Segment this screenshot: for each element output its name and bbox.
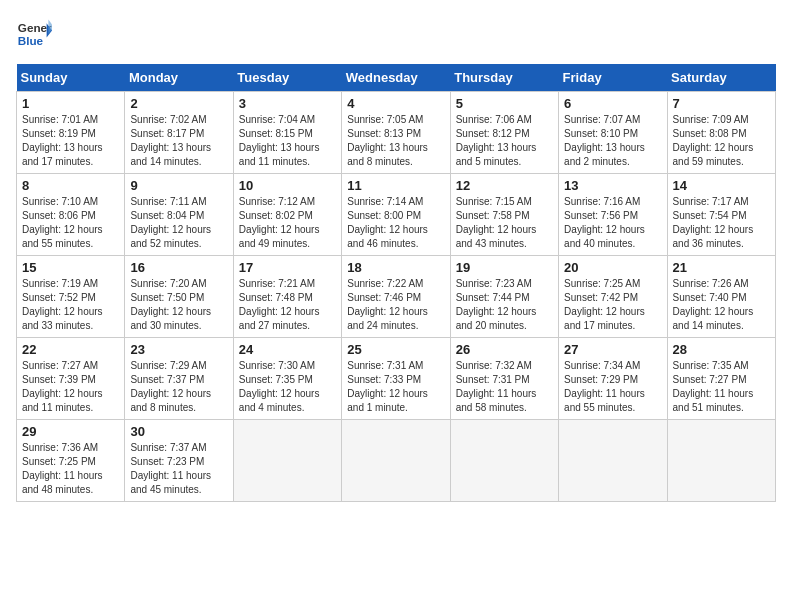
- weekday-sunday: Sunday: [17, 64, 125, 92]
- day-info: Sunrise: 7:17 AM Sunset: 7:54 PM Dayligh…: [673, 195, 770, 251]
- calendar-table: SundayMondayTuesdayWednesdayThursdayFrid…: [16, 64, 776, 502]
- day-number: 1: [22, 96, 119, 111]
- day-info: Sunrise: 7:04 AM Sunset: 8:15 PM Dayligh…: [239, 113, 336, 169]
- day-cell: 18Sunrise: 7:22 AM Sunset: 7:46 PM Dayli…: [342, 256, 450, 338]
- day-cell: 20Sunrise: 7:25 AM Sunset: 7:42 PM Dayli…: [559, 256, 667, 338]
- week-row-4: 22Sunrise: 7:27 AM Sunset: 7:39 PM Dayli…: [17, 338, 776, 420]
- day-number: 20: [564, 260, 661, 275]
- week-row-5: 29Sunrise: 7:36 AM Sunset: 7:25 PM Dayli…: [17, 420, 776, 502]
- day-cell: 21Sunrise: 7:26 AM Sunset: 7:40 PM Dayli…: [667, 256, 775, 338]
- day-number: 5: [456, 96, 553, 111]
- day-cell: 9Sunrise: 7:11 AM Sunset: 8:04 PM Daylig…: [125, 174, 233, 256]
- day-cell: 17Sunrise: 7:21 AM Sunset: 7:48 PM Dayli…: [233, 256, 341, 338]
- day-number: 10: [239, 178, 336, 193]
- day-cell: [559, 420, 667, 502]
- day-number: 21: [673, 260, 770, 275]
- day-cell: 3Sunrise: 7:04 AM Sunset: 8:15 PM Daylig…: [233, 92, 341, 174]
- day-info: Sunrise: 7:14 AM Sunset: 8:00 PM Dayligh…: [347, 195, 444, 251]
- calendar-body: 1Sunrise: 7:01 AM Sunset: 8:19 PM Daylig…: [17, 92, 776, 502]
- day-cell: [342, 420, 450, 502]
- day-number: 3: [239, 96, 336, 111]
- day-number: 8: [22, 178, 119, 193]
- day-number: 28: [673, 342, 770, 357]
- day-cell: 26Sunrise: 7:32 AM Sunset: 7:31 PM Dayli…: [450, 338, 558, 420]
- day-cell: [450, 420, 558, 502]
- day-info: Sunrise: 7:11 AM Sunset: 8:04 PM Dayligh…: [130, 195, 227, 251]
- day-info: Sunrise: 7:34 AM Sunset: 7:29 PM Dayligh…: [564, 359, 661, 415]
- day-info: Sunrise: 7:02 AM Sunset: 8:17 PM Dayligh…: [130, 113, 227, 169]
- day-cell: 30Sunrise: 7:37 AM Sunset: 7:23 PM Dayli…: [125, 420, 233, 502]
- day-number: 17: [239, 260, 336, 275]
- weekday-friday: Friday: [559, 64, 667, 92]
- day-info: Sunrise: 7:01 AM Sunset: 8:19 PM Dayligh…: [22, 113, 119, 169]
- day-cell: 24Sunrise: 7:30 AM Sunset: 7:35 PM Dayli…: [233, 338, 341, 420]
- day-info: Sunrise: 7:32 AM Sunset: 7:31 PM Dayligh…: [456, 359, 553, 415]
- day-cell: 27Sunrise: 7:34 AM Sunset: 7:29 PM Dayli…: [559, 338, 667, 420]
- day-number: 4: [347, 96, 444, 111]
- day-cell: 19Sunrise: 7:23 AM Sunset: 7:44 PM Dayli…: [450, 256, 558, 338]
- day-info: Sunrise: 7:19 AM Sunset: 7:52 PM Dayligh…: [22, 277, 119, 333]
- day-cell: 8Sunrise: 7:10 AM Sunset: 8:06 PM Daylig…: [17, 174, 125, 256]
- day-number: 16: [130, 260, 227, 275]
- day-cell: 6Sunrise: 7:07 AM Sunset: 8:10 PM Daylig…: [559, 92, 667, 174]
- day-info: Sunrise: 7:07 AM Sunset: 8:10 PM Dayligh…: [564, 113, 661, 169]
- day-cell: 28Sunrise: 7:35 AM Sunset: 7:27 PM Dayli…: [667, 338, 775, 420]
- day-number: 12: [456, 178, 553, 193]
- day-cell: 23Sunrise: 7:29 AM Sunset: 7:37 PM Dayli…: [125, 338, 233, 420]
- day-cell: 15Sunrise: 7:19 AM Sunset: 7:52 PM Dayli…: [17, 256, 125, 338]
- day-number: 22: [22, 342, 119, 357]
- day-info: Sunrise: 7:06 AM Sunset: 8:12 PM Dayligh…: [456, 113, 553, 169]
- day-cell: 29Sunrise: 7:36 AM Sunset: 7:25 PM Dayli…: [17, 420, 125, 502]
- logo: General Blue: [16, 16, 52, 52]
- weekday-wednesday: Wednesday: [342, 64, 450, 92]
- day-number: 25: [347, 342, 444, 357]
- day-number: 30: [130, 424, 227, 439]
- day-cell: 11Sunrise: 7:14 AM Sunset: 8:00 PM Dayli…: [342, 174, 450, 256]
- day-number: 27: [564, 342, 661, 357]
- day-info: Sunrise: 7:09 AM Sunset: 8:08 PM Dayligh…: [673, 113, 770, 169]
- weekday-thursday: Thursday: [450, 64, 558, 92]
- day-number: 14: [673, 178, 770, 193]
- weekday-tuesday: Tuesday: [233, 64, 341, 92]
- day-info: Sunrise: 7:12 AM Sunset: 8:02 PM Dayligh…: [239, 195, 336, 251]
- day-cell: [667, 420, 775, 502]
- day-info: Sunrise: 7:27 AM Sunset: 7:39 PM Dayligh…: [22, 359, 119, 415]
- day-number: 15: [22, 260, 119, 275]
- weekday-monday: Monday: [125, 64, 233, 92]
- page-header: General Blue: [16, 16, 776, 52]
- day-info: Sunrise: 7:26 AM Sunset: 7:40 PM Dayligh…: [673, 277, 770, 333]
- day-number: 26: [456, 342, 553, 357]
- day-cell: 14Sunrise: 7:17 AM Sunset: 7:54 PM Dayli…: [667, 174, 775, 256]
- weekday-header-row: SundayMondayTuesdayWednesdayThursdayFrid…: [17, 64, 776, 92]
- day-cell: 2Sunrise: 7:02 AM Sunset: 8:17 PM Daylig…: [125, 92, 233, 174]
- weekday-saturday: Saturday: [667, 64, 775, 92]
- day-info: Sunrise: 7:15 AM Sunset: 7:58 PM Dayligh…: [456, 195, 553, 251]
- day-number: 6: [564, 96, 661, 111]
- day-cell: [233, 420, 341, 502]
- day-info: Sunrise: 7:10 AM Sunset: 8:06 PM Dayligh…: [22, 195, 119, 251]
- day-cell: 5Sunrise: 7:06 AM Sunset: 8:12 PM Daylig…: [450, 92, 558, 174]
- day-info: Sunrise: 7:29 AM Sunset: 7:37 PM Dayligh…: [130, 359, 227, 415]
- day-info: Sunrise: 7:37 AM Sunset: 7:23 PM Dayligh…: [130, 441, 227, 497]
- day-info: Sunrise: 7:35 AM Sunset: 7:27 PM Dayligh…: [673, 359, 770, 415]
- day-number: 23: [130, 342, 227, 357]
- day-cell: 4Sunrise: 7:05 AM Sunset: 8:13 PM Daylig…: [342, 92, 450, 174]
- day-cell: 25Sunrise: 7:31 AM Sunset: 7:33 PM Dayli…: [342, 338, 450, 420]
- day-info: Sunrise: 7:21 AM Sunset: 7:48 PM Dayligh…: [239, 277, 336, 333]
- day-info: Sunrise: 7:20 AM Sunset: 7:50 PM Dayligh…: [130, 277, 227, 333]
- day-info: Sunrise: 7:23 AM Sunset: 7:44 PM Dayligh…: [456, 277, 553, 333]
- day-info: Sunrise: 7:31 AM Sunset: 7:33 PM Dayligh…: [347, 359, 444, 415]
- week-row-3: 15Sunrise: 7:19 AM Sunset: 7:52 PM Dayli…: [17, 256, 776, 338]
- day-number: 19: [456, 260, 553, 275]
- day-number: 7: [673, 96, 770, 111]
- day-cell: 22Sunrise: 7:27 AM Sunset: 7:39 PM Dayli…: [17, 338, 125, 420]
- week-row-1: 1Sunrise: 7:01 AM Sunset: 8:19 PM Daylig…: [17, 92, 776, 174]
- day-info: Sunrise: 7:25 AM Sunset: 7:42 PM Dayligh…: [564, 277, 661, 333]
- day-info: Sunrise: 7:22 AM Sunset: 7:46 PM Dayligh…: [347, 277, 444, 333]
- day-info: Sunrise: 7:16 AM Sunset: 7:56 PM Dayligh…: [564, 195, 661, 251]
- day-number: 9: [130, 178, 227, 193]
- day-number: 29: [22, 424, 119, 439]
- day-number: 11: [347, 178, 444, 193]
- day-info: Sunrise: 7:36 AM Sunset: 7:25 PM Dayligh…: [22, 441, 119, 497]
- day-number: 24: [239, 342, 336, 357]
